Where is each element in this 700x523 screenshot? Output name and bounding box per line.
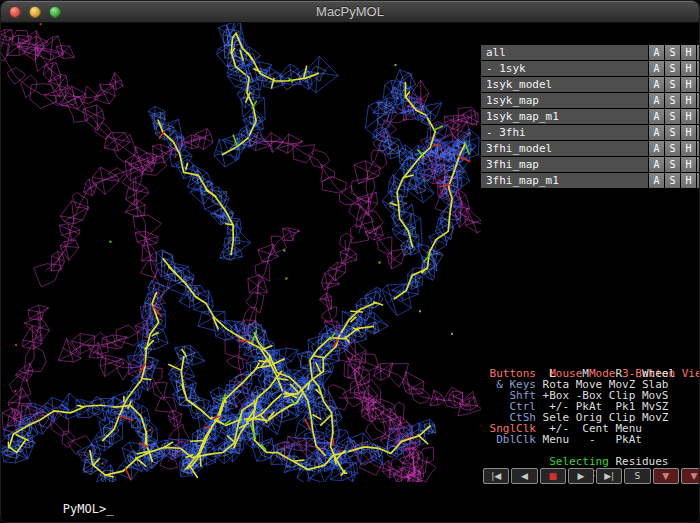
movie-controls: |◀◀■▶▶|S▼▼ (481, 467, 700, 485)
window-title: MacPyMOL (316, 4, 384, 19)
titlebar[interactable]: MacPyMOL (1, 1, 699, 23)
object-a-button[interactable]: A (649, 93, 664, 108)
zoom-button[interactable] (49, 6, 61, 18)
object-name[interactable]: 1syk_map_m1 (481, 109, 648, 124)
object-s-button[interactable]: S (665, 45, 680, 60)
selecting-line: Selecting Residues (483, 445, 700, 456)
mouse-row-key: DblClk (483, 433, 536, 446)
object-row: 3fhi_model ASHLC (481, 141, 700, 156)
object-h-button[interactable]: H (681, 61, 696, 76)
object-name[interactable]: all (481, 45, 648, 60)
object-name[interactable]: 3fhi_model (481, 141, 648, 156)
mouse-row-values: Menu - PkAt (536, 433, 642, 446)
object-row: all ASHLC (481, 45, 700, 60)
object-s-button[interactable]: S (665, 157, 680, 172)
go-to-end-button[interactable]: ▶| (596, 468, 622, 484)
object-a-button[interactable]: A (649, 77, 664, 92)
viewer-column: PyMOL>_ (1, 23, 481, 523)
object-h-button[interactable]: H (681, 93, 696, 108)
movie-menu-right-button[interactable]: ▼ (681, 468, 700, 484)
viewport-canvas[interactable] (1, 23, 481, 482)
macpymol-window: MacPyMOL PyMOL>_ all ASHLC - 1syk ASHLC … (0, 0, 700, 523)
object-a-button[interactable]: A (649, 109, 664, 124)
command-line[interactable]: PyMOL>_ (1, 482, 481, 523)
minimize-button[interactable] (29, 6, 41, 18)
object-row: - 3fhi ASHLC (481, 125, 700, 140)
object-a-button[interactable]: A (649, 61, 664, 76)
stop-button[interactable]: ■ (540, 468, 566, 484)
go-to-start-button[interactable]: |◀ (483, 468, 509, 484)
object-s-button[interactable]: S (665, 93, 680, 108)
object-s-button[interactable]: S (665, 77, 680, 92)
object-row: 1syk_model ASHLC (481, 77, 700, 92)
object-name[interactable]: 3fhi_map (481, 157, 648, 172)
object-s-button[interactable]: S (665, 173, 680, 188)
object-s-button[interactable]: S (665, 109, 680, 124)
panel-spacer (481, 189, 700, 357)
step-back-button[interactable]: ◀ (511, 468, 537, 484)
object-h-button[interactable]: H (681, 109, 696, 124)
object-name[interactable]: - 3fhi (481, 125, 648, 140)
object-h-button[interactable]: H (681, 125, 696, 140)
object-panel: all ASHLC - 1syk ASHLC 1syk_model ASHLC … (481, 45, 700, 189)
mouse-panel: Mouse Mode 3-Button Viewing Buttons L M … (481, 357, 700, 467)
object-s-button[interactable]: S (665, 125, 680, 140)
object-name[interactable]: 1syk_map (481, 93, 648, 108)
object-a-button[interactable]: A (649, 45, 664, 60)
object-h-button[interactable]: H (681, 45, 696, 60)
window-controls (9, 6, 61, 18)
object-name[interactable]: - 1syk (481, 61, 648, 76)
object-row: 3fhi_map ASHLC (481, 157, 700, 172)
object-a-button[interactable]: A (649, 173, 664, 188)
object-h-button[interactable]: H (681, 77, 696, 92)
play-button[interactable]: ▶ (568, 468, 594, 484)
object-s-button[interactable]: S (665, 61, 680, 76)
close-button[interactable] (9, 6, 21, 18)
object-a-button[interactable]: A (649, 141, 664, 156)
object-h-button[interactable]: H (681, 157, 696, 172)
object-row: 1syk_map ASHLC (481, 93, 700, 108)
object-row: 1syk_map_m1 ASHLC (481, 109, 700, 124)
object-a-button[interactable]: A (649, 157, 664, 172)
object-h-button[interactable]: H (681, 173, 696, 188)
object-name[interactable]: 3fhi_map_m1 (481, 173, 648, 188)
object-name[interactable]: 1syk_model (481, 77, 648, 92)
object-row: 3fhi_map_m1 ASHLC (481, 173, 700, 188)
object-h-button[interactable]: H (681, 141, 696, 156)
side-panel: all ASHLC - 1syk ASHLC 1syk_model ASHLC … (481, 23, 700, 523)
movie-menu-left-button[interactable]: ▼ (653, 468, 679, 484)
object-row: - 1syk ASHLC (481, 61, 700, 76)
main-area: PyMOL>_ all ASHLC - 1syk ASHLC 1syk_mode… (1, 23, 699, 523)
mouse-rows: Buttons L M R Wheel & Keys Rota Move Mov… (483, 368, 700, 445)
scene-button[interactable]: S (624, 468, 650, 484)
mouse-row: DblClk Menu - PkAt (483, 434, 700, 445)
object-s-button[interactable]: S (665, 141, 680, 156)
command-prompt: PyMOL>_ (63, 502, 114, 516)
object-a-button[interactable]: A (649, 125, 664, 140)
